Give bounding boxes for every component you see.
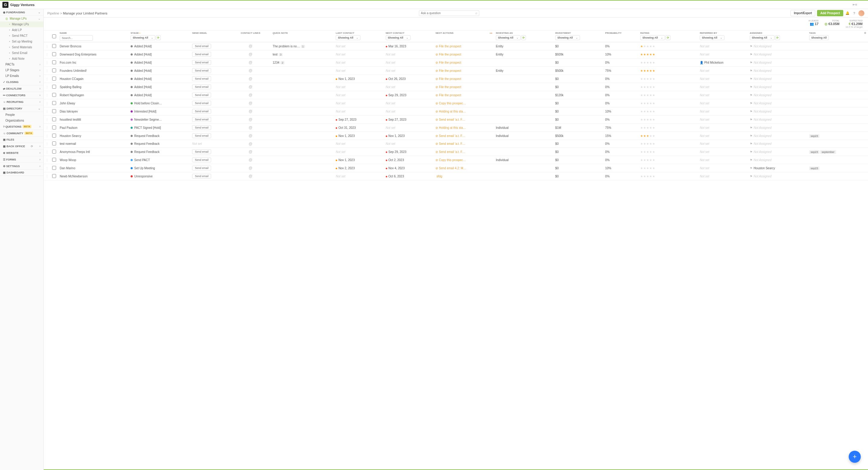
col-name[interactable]: NAME — [58, 30, 129, 42]
cell-last-contact[interactable]: Not set — [334, 172, 384, 180]
table-row[interactable]: ⋮ Founders Unlimited! Added [Hold] Send … — [44, 67, 868, 75]
cell-next-action[interactable]: ⊘File the prospect — [434, 51, 494, 59]
cell-rating[interactable]: ★★★★★ — [639, 42, 698, 51]
send-email-button[interactable]: Send email — [192, 68, 211, 73]
cell-assigned[interactable]: ⚑Not Assigned — [748, 75, 807, 83]
last-contact-filter[interactable]: Showing All⌄ — [336, 35, 361, 40]
cell-tags[interactable] — [807, 83, 862, 91]
investment-filter[interactable]: Showing All⌄ — [555, 35, 580, 40]
table-row[interactable]: ⋮ test noemail Request Feedback Not set … — [44, 140, 868, 148]
cell-rating[interactable]: ★★★★★ — [639, 116, 698, 124]
cell-contact-links[interactable]: @ — [230, 51, 271, 59]
at-icon[interactable]: @ — [249, 158, 252, 162]
send-email-button[interactable]: Send email — [192, 93, 211, 97]
cell-next-action[interactable]: ⊘Copy this prospec… — [434, 156, 494, 164]
cell-quick-note[interactable] — [271, 148, 334, 156]
cell-tags[interactable] — [807, 140, 862, 148]
cell-contact-links[interactable]: @ — [230, 140, 271, 148]
import-export-button[interactable]: Import/Export — [790, 10, 815, 16]
cell-stage[interactable]: PACT Signed [Hold] — [129, 124, 190, 132]
cell-referred-by[interactable]: Not set — [698, 75, 748, 83]
cell-rating[interactable]: ★★★★★ — [639, 164, 698, 172]
sidebar-item-add-lp[interactable]: Add LP — [0, 27, 43, 33]
cell-name[interactable]: Dias Iskrayev — [58, 107, 129, 116]
at-icon[interactable]: @ — [249, 68, 252, 73]
cell-last-contact[interactable]: Not set — [334, 140, 384, 148]
cell-rating[interactable]: ★★★★★ — [639, 107, 698, 116]
cell-investing-as[interactable] — [494, 99, 553, 107]
cell-assigned[interactable]: ⚑Not Assigned — [748, 116, 807, 124]
sidebar-section-files[interactable]: ▣ FILES — [0, 137, 43, 143]
row-drag-handle[interactable]: ⋮ — [44, 116, 50, 124]
at-icon[interactable]: @ — [249, 134, 252, 138]
search-icon[interactable]: ⌕ — [475, 11, 477, 15]
cell-next-contact[interactable]: Oct 6, 2023 — [384, 172, 434, 180]
send-email-button[interactable]: Send email — [192, 85, 211, 89]
cell-assigned[interactable]: ⚑Not Assigned — [748, 140, 807, 148]
select-all-checkbox[interactable] — [52, 34, 56, 38]
cell-tags[interactable] — [807, 51, 862, 59]
row-checkbox[interactable] — [52, 76, 56, 81]
cell-tags[interactable] — [807, 75, 862, 83]
cell-stage[interactable]: Newsletter Segme… — [129, 116, 190, 124]
sidebar-section-backoffice[interactable]: ▦ BACK OFFICE⟳ › — [0, 143, 43, 150]
row-checkbox[interactable] — [52, 68, 56, 72]
cell-next-action[interactable]: ⊘File the prospect — [434, 83, 494, 91]
send-email-button[interactable]: Send email — [192, 60, 211, 65]
cell-probability[interactable]: 0% — [603, 75, 639, 83]
cell-rating[interactable]: ★★★★★ — [639, 67, 698, 75]
sidebar-section-community[interactable]: ☺ COMMUNITYBETA — [0, 130, 43, 137]
at-icon[interactable]: @ — [249, 117, 252, 122]
col-next-contact[interactable]: NEXT CONTACTShowing All⌄ — [384, 30, 434, 42]
cell-contact-links[interactable]: @ — [230, 75, 271, 83]
cell-investment[interactable]: $0 — [553, 164, 603, 172]
table-row[interactable]: ⋮ Paul Paulson PACT Signed [Hold] Send e… — [44, 124, 868, 132]
cell-tags[interactable]: sep23september — [807, 148, 862, 156]
row-drag-handle[interactable]: ⋮ — [44, 51, 50, 59]
cell-investment[interactable]: $0 — [553, 83, 603, 91]
row-checkbox[interactable] — [52, 174, 56, 178]
cell-investment[interactable]: $0 — [553, 42, 603, 51]
cell-assigned[interactable]: ⚑Not Assigned — [748, 51, 807, 59]
cell-investing-as[interactable]: Individual — [494, 132, 553, 140]
table-row[interactable]: ⋮ Dan Marino Set Up Meeting Send email @… — [44, 164, 868, 172]
cell-investing-as[interactable] — [494, 116, 553, 124]
cell-tags[interactable] — [807, 42, 862, 51]
cell-tags[interactable] — [807, 99, 862, 107]
send-email-button[interactable]: Send email — [192, 76, 211, 81]
table-row[interactable]: ⋮ John Elway Hold before Closin… Send em… — [44, 99, 868, 107]
cell-stage[interactable]: Hold before Closin… — [129, 99, 190, 107]
row-checkbox[interactable] — [52, 150, 56, 154]
send-email-button[interactable]: Send email — [192, 166, 211, 170]
row-checkbox[interactable] — [52, 52, 56, 56]
at-icon[interactable]: @ — [249, 109, 252, 114]
cell-investing-as[interactable] — [494, 107, 553, 116]
cell-investing-as[interactable] — [494, 83, 553, 91]
cell-quick-note[interactable] — [271, 75, 334, 83]
cell-assigned[interactable]: ⚑Not Assigned — [748, 132, 807, 140]
tag-chip[interactable]: sep23 — [809, 166, 820, 170]
cell-investing-as[interactable] — [494, 91, 553, 99]
refresh-icon[interactable]: ⟳ — [775, 35, 780, 40]
org-name[interactable]: Giggy Ventures — [10, 3, 35, 7]
row-drag-handle[interactable]: ⋮ — [44, 83, 50, 91]
cell-next-action[interactable]: ⊘File the prospect — [434, 91, 494, 99]
cell-last-contact[interactable]: Not set — [334, 91, 384, 99]
table-row[interactable]: ⋮ Dias Iskrayev Interested [Hold] Send e… — [44, 107, 868, 116]
referred-filter[interactable]: Showing All⌄ — [700, 35, 724, 40]
cell-name[interactable]: test noemail — [58, 140, 129, 148]
sidebar-item-lp-emails[interactable]: LP Emails› — [0, 73, 43, 79]
cell-last-contact[interactable]: Not set — [334, 148, 384, 156]
row-drag-handle[interactable]: ⋮ — [44, 124, 50, 132]
cell-rating[interactable]: ★★★★★ — [639, 51, 698, 59]
cell-investing-as[interactable]: Entity — [494, 67, 553, 75]
cell-assigned[interactable]: ⚑Not Assigned — [748, 124, 807, 132]
cell-probability[interactable]: 0% — [603, 99, 639, 107]
sidebar-item-lp-stages[interactable]: LP Stages› — [0, 67, 43, 73]
cell-tags[interactable] — [807, 124, 862, 132]
col-stage[interactable]: STAGE •Showing All⌄⟳ — [129, 30, 190, 42]
cell-referred-by[interactable]: Not set — [698, 172, 748, 180]
tag-chip[interactable]: september — [820, 150, 836, 154]
sidebar-item-manage-lps-parent[interactable]: ◎ Manage LPs ⌄ — [0, 16, 43, 22]
cell-rating[interactable]: ★★★★★ — [639, 59, 698, 67]
